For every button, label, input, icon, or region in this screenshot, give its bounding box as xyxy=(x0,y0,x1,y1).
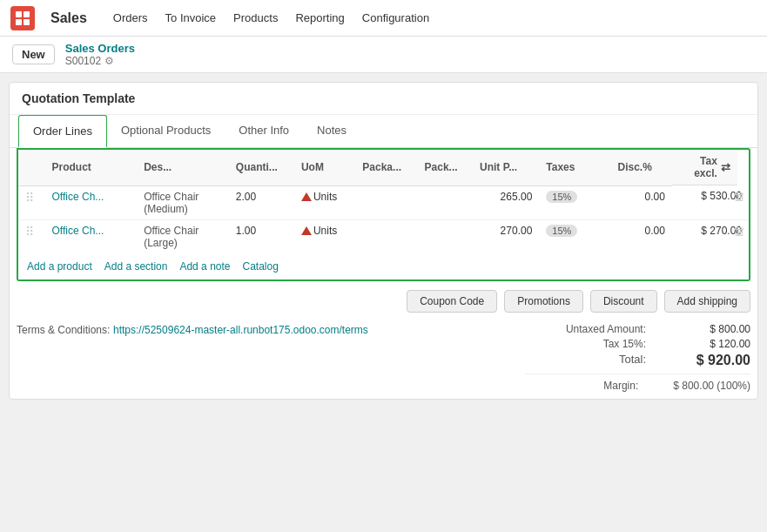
discount-button[interactable]: Discount xyxy=(590,290,657,313)
main-content: Quotation Template Order Lines Optional … xyxy=(0,73,767,532)
col-qty-header: Quanti... xyxy=(229,150,294,185)
desc-cell-1[interactable]: Office Chair (Medium) xyxy=(137,185,229,219)
tab-order-lines[interactable]: Order Lines xyxy=(18,115,107,148)
untaxed-label: Untaxed Amount: xyxy=(533,323,646,335)
coupon-code-button[interactable]: Coupon Code xyxy=(407,290,497,313)
uom-cell-2[interactable]: Units xyxy=(294,219,355,253)
col-desc-header: Des... xyxy=(137,150,229,185)
drag-handle-1[interactable]: ⠿ xyxy=(18,185,45,219)
top-navbar: Sales Orders To Invoice Products Reporti… xyxy=(0,0,767,37)
add-note-link[interactable]: Add a note xyxy=(179,260,230,273)
unitprice-cell-2[interactable]: 270.00 xyxy=(473,219,539,253)
disc-cell-2[interactable]: 0.00 xyxy=(610,219,671,253)
svg-rect-3 xyxy=(24,19,30,25)
settings-col-icon[interactable]: ⇄ xyxy=(721,161,730,174)
new-badge: New xyxy=(12,44,55,64)
totals-block: Untaxed Amount: $ 800.00 Tax 15%: $ 120.… xyxy=(525,323,750,392)
margin-label: Margin: xyxy=(525,380,638,392)
col-pack2-header: Pack... xyxy=(418,150,473,185)
app-name: Sales xyxy=(50,10,87,26)
nav-configuration[interactable]: Configuration xyxy=(360,8,431,28)
top-nav: Orders To Invoice Products Reporting Con… xyxy=(111,8,431,28)
pack1-cell-2[interactable] xyxy=(355,219,417,253)
record-id: S00102 xyxy=(65,55,101,67)
breadcrumb: Sales Orders S00102 ⚙ xyxy=(65,42,135,67)
tab-notes[interactable]: Notes xyxy=(303,115,360,148)
uom-cell-1[interactable]: Units xyxy=(294,185,355,219)
col-taxes-header: Taxes xyxy=(539,150,610,185)
qty-cell-2[interactable]: 1.00 xyxy=(229,219,294,253)
card-title: Quotation Template xyxy=(22,91,135,105)
card-header: Quotation Template xyxy=(10,83,757,115)
promo-buttons-row: Coupon Code Promotions Discount Add ship… xyxy=(17,290,750,313)
uom-icon-2 xyxy=(301,226,312,235)
product-cell-1[interactable]: Office Ch... xyxy=(45,185,138,219)
nav-orders[interactable]: Orders xyxy=(111,8,150,28)
total-value: $ 920.00 xyxy=(681,353,750,368)
delete-row-2[interactable]: 🗑 xyxy=(733,224,745,238)
qty-cell-1[interactable]: 2.00 xyxy=(229,185,294,219)
bottom-footer: Terms & Conditions: https://52509624-mas… xyxy=(17,323,750,392)
terms-link[interactable]: https://52509624-master-all.runbot175.od… xyxy=(113,324,368,336)
margin-row: Margin: $ 800.00 (100%) xyxy=(525,374,750,392)
tab-optional-products[interactable]: Optional Products xyxy=(107,115,225,148)
col-sort-header xyxy=(18,150,45,185)
col-product-header: Product xyxy=(45,150,138,185)
col-unitprice-header: Unit P... xyxy=(473,150,539,185)
order-lines-section: Product Des... Quanti... UoM Packa... Pa… xyxy=(17,148,750,281)
uom-icon-1 xyxy=(301,192,312,201)
gear-icon[interactable]: ⚙ xyxy=(104,55,114,67)
disc-cell-1[interactable]: 0.00 xyxy=(610,185,671,219)
unitprice-cell-1[interactable]: 265.00 xyxy=(473,185,539,219)
quotation-card: Quotation Template Order Lines Optional … xyxy=(9,82,758,400)
desc-cell-2[interactable]: Office Chair (Large) xyxy=(137,219,229,253)
promotions-button[interactable]: Promotions xyxy=(504,290,583,313)
col-disc-header: Disc.% xyxy=(610,150,671,185)
terms-section: Terms & Conditions: https://52509624-mas… xyxy=(17,323,368,336)
terms-label: Terms & Conditions: xyxy=(17,324,110,336)
table-row: ⠿ Office Ch... Office Chair (Medium) 2.0… xyxy=(18,185,749,219)
tax-row: Tax 15%: $ 120.00 xyxy=(525,338,750,350)
table-row: ⠿ Office Ch... Office Chair (Large) 1.00… xyxy=(18,219,749,253)
subheader: New Sales Orders S00102 ⚙ xyxy=(0,37,767,73)
app-logo xyxy=(10,6,35,30)
nav-reporting[interactable]: Reporting xyxy=(293,8,346,28)
add-actions-row: Add a product Add a section Add a note C… xyxy=(18,253,749,279)
pack1-cell-1[interactable] xyxy=(355,185,417,219)
breadcrumb-sub: S00102 ⚙ xyxy=(65,55,135,67)
tab-other-info[interactable]: Other Info xyxy=(225,115,303,148)
nav-products[interactable]: Products xyxy=(232,8,279,28)
catalog-link[interactable]: Catalog xyxy=(243,260,279,273)
col-uom-header: UoM xyxy=(294,150,355,185)
breadcrumb-title[interactable]: Sales Orders xyxy=(65,42,135,55)
add-section-link[interactable]: Add a section xyxy=(104,260,168,273)
taxes-cell-2[interactable]: 15% xyxy=(539,219,610,253)
pack2-cell-1[interactable] xyxy=(418,185,473,219)
nav-to-invoice[interactable]: To Invoice xyxy=(164,8,219,28)
col-pack1-header: Packa... xyxy=(355,150,417,185)
svg-rect-1 xyxy=(24,11,30,17)
add-shipping-button[interactable]: Add shipping xyxy=(664,290,750,313)
drag-handle-2[interactable]: ⠿ xyxy=(18,219,45,253)
tax-value: $ 120.00 xyxy=(681,338,750,350)
total-label: Total: xyxy=(533,353,646,368)
tax-label: Tax 15%: xyxy=(533,338,646,350)
add-product-link[interactable]: Add a product xyxy=(27,260,92,273)
grand-total-row: Total: $ 920.00 xyxy=(525,353,750,368)
totals-section: Coupon Code Promotions Discount Add ship… xyxy=(17,290,750,392)
untaxed-value: $ 800.00 xyxy=(681,323,750,335)
svg-rect-0 xyxy=(16,11,22,17)
svg-rect-2 xyxy=(16,19,22,25)
order-table: Product Des... Quanti... UoM Packa... Pa… xyxy=(18,150,749,253)
untaxed-row: Untaxed Amount: $ 800.00 xyxy=(525,323,750,335)
tabs-bar: Order Lines Optional Products Other Info… xyxy=(10,115,757,148)
taxexcl-cell-2: $ 270.00 🗑 xyxy=(672,219,749,253)
taxes-cell-1[interactable]: 15% xyxy=(539,185,610,219)
col-taxexcl-header: Tax excl.⇄ xyxy=(672,150,737,185)
taxexcl-cell-1: $ 530.00 🗑 xyxy=(672,185,749,219)
product-cell-2[interactable]: Office Ch... xyxy=(45,219,138,253)
pack2-cell-2[interactable] xyxy=(418,219,473,253)
margin-value: $ 800.00 (100%) xyxy=(673,380,750,392)
delete-row-1[interactable]: 🗑 xyxy=(733,189,745,203)
